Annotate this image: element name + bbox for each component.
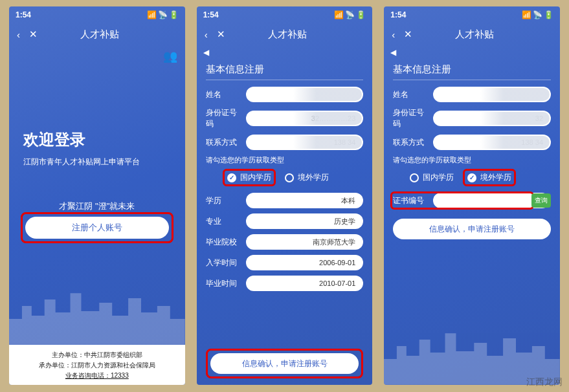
- row-id: 身份证号码 32…………23: [206, 107, 364, 129]
- phone-input[interactable]: 138 34: [246, 135, 364, 150]
- row-name: 姓名: [206, 87, 364, 102]
- back-icon[interactable]: ‹: [17, 29, 20, 40]
- school-input[interactable]: 南京师范大学: [246, 234, 364, 250]
- major-label: 专业: [206, 216, 242, 227]
- register-button[interactable]: 注册个人账号: [25, 217, 169, 239]
- phone-input[interactable]: 138 34: [433, 135, 551, 150]
- status-bar: 1:54 📶 📡 🔋: [197, 6, 373, 23]
- form-back-icon[interactable]: ◀: [390, 48, 396, 57]
- welcome-block: 欢迎登录 江阴市青年人才补贴网上申请平台: [23, 129, 171, 168]
- wifi-icon: 📡: [158, 10, 168, 19]
- row-school: 毕业院校 南京师范大学: [206, 234, 364, 250]
- query-button[interactable]: 查询: [531, 193, 551, 208]
- friends-icon[interactable]: 👥: [163, 49, 177, 63]
- edu-level-label: 学历: [206, 195, 242, 206]
- enroll-label: 入学时间: [206, 257, 242, 268]
- footer-line2: 承办单位：江阴市人力资源和社会保障局: [12, 360, 183, 371]
- nav-title: 人才补贴: [397, 28, 552, 41]
- radio-empty-icon: [285, 173, 294, 182]
- screen2-content: ◀ 基本信息注册 姓名 身份证号码 32…………23 联系方式 138 34 请…: [197, 45, 373, 342]
- row-major: 专业 历史学: [206, 213, 364, 229]
- battery-icon: 🔋: [169, 10, 179, 19]
- phone-label: 联系方式: [393, 137, 429, 148]
- row-cert: 证书编号 查询: [393, 193, 551, 208]
- watermark: 江西龙网: [526, 376, 563, 388]
- nav-title: 人才补贴: [210, 28, 365, 41]
- status-bar: 1:54 📶 📡 🔋: [384, 6, 560, 23]
- radio-overseas[interactable]: ✓ 境外学历: [467, 172, 511, 183]
- row-id: 身份证号码 32: [393, 107, 551, 129]
- phone-screen-1: 1:54 📶 📡 🔋 ‹ ✕ 人才补贴 👥 欢迎登录 江阴市青年人才补贴网上申请…: [9, 6, 185, 385]
- school-label: 毕业院校: [206, 237, 242, 248]
- id-input[interactable]: 32: [433, 111, 551, 126]
- status-time: 1:54: [16, 10, 31, 19]
- name-label: 姓名: [206, 89, 242, 100]
- edu-type-radios: ✓ 国内学历 境外学历: [206, 169, 364, 186]
- id-label: 身份证号码: [393, 107, 429, 129]
- welcome-subtitle: 江阴市青年人才补贴网上申请平台: [23, 157, 171, 168]
- check-icon: ✓: [227, 173, 236, 182]
- radio-domestic[interactable]: ✓ 国内学历: [227, 172, 271, 183]
- welcome-title: 欢迎登录: [23, 129, 171, 150]
- section-title: 基本信息注册: [393, 60, 551, 80]
- nav-bar: ‹ ✕ 人才补贴: [197, 23, 373, 45]
- row-phone: 联系方式 138 34: [206, 135, 364, 150]
- confirm-button[interactable]: 信息确认，申请注册账号: [393, 219, 551, 239]
- signal-icon: 📶: [334, 10, 344, 19]
- status-time: 1:54: [203, 10, 219, 19]
- row-name: 姓名: [393, 87, 551, 102]
- footer-line1: 主办单位：中共江阴市委组织部: [12, 350, 183, 360]
- edu-level-input[interactable]: 本科: [246, 193, 364, 208]
- name-label: 姓名: [393, 89, 429, 100]
- signal-icon: 📶: [522, 10, 531, 19]
- grad-label: 毕业时间: [206, 278, 242, 289]
- grad-input[interactable]: 2010-07-01: [246, 276, 364, 291]
- id-label: 身份证号码: [206, 107, 242, 129]
- row-edu-level: 学历 本科: [206, 193, 364, 208]
- confirm-button[interactable]: 信息确认，申请注册账号: [210, 353, 359, 374]
- phone-label: 联系方式: [206, 137, 242, 148]
- section-title: 基本信息注册: [206, 60, 364, 80]
- back-icon[interactable]: ‹: [205, 29, 208, 40]
- radio-overseas[interactable]: 境外学历: [285, 172, 329, 183]
- overseas-highlight: ✓ 境外学历: [463, 169, 516, 186]
- nav-bar: ‹ ✕ 人才补贴: [9, 23, 185, 45]
- signal-icon: 📶: [147, 10, 157, 19]
- status-icons: 📶 📡 🔋: [522, 10, 553, 19]
- enroll-input[interactable]: 2006-09-01: [246, 255, 364, 270]
- status-bar: 1:54 📶 📡 🔋: [9, 6, 185, 23]
- check-icon: ✓: [467, 173, 476, 182]
- nav-bar: ‹ ✕ 人才补贴: [384, 23, 560, 45]
- edu-type-prompt: 请勾选您的学历获取类型: [393, 155, 551, 165]
- wifi-icon: 📡: [345, 10, 355, 19]
- id-input[interactable]: 32…………23: [246, 111, 364, 126]
- status-time: 1:54: [390, 10, 406, 19]
- screen3-content: ◀ 基本信息注册 姓名 身份证号码 32 联系方式 138 34 请勾选您的学历…: [384, 45, 560, 385]
- slogan-text: 才聚江阴 "澄"就未来: [9, 201, 185, 212]
- phone-screen-2: 1:54 📶 📡 🔋 ‹ ✕ 人才补贴 ◀ 基本信息注册 姓名 身份证号码 32…: [197, 6, 373, 385]
- phone-screen-3: 1:54 📶 📡 🔋 ‹ ✕ 人才补贴 ◀ 基本信息注册 姓名 身份证号码 32…: [384, 6, 560, 385]
- radio-domestic[interactable]: 国内学历: [410, 172, 454, 183]
- battery-icon: 🔋: [544, 10, 553, 19]
- register-highlight: 注册个人账号: [21, 212, 173, 243]
- row-phone: 联系方式 138 34: [393, 135, 551, 150]
- battery-icon: 🔋: [356, 10, 366, 19]
- row-enroll: 入学时间 2006-09-01: [206, 255, 364, 270]
- back-icon[interactable]: ‹: [392, 29, 395, 40]
- name-input[interactable]: [246, 87, 364, 102]
- name-input[interactable]: [433, 87, 551, 102]
- city-illustration: [384, 320, 560, 385]
- status-icons: 📶 📡 🔋: [147, 10, 179, 19]
- screen1-content: 👥 欢迎登录 江阴市青年人才补贴网上申请平台 才聚江阴 "澄"就未来 注册个人账…: [9, 45, 185, 385]
- city-illustration: [9, 280, 185, 345]
- footer: 主办单位：中共江阴市委组织部 承办单位：江阴市人力资源和社会保障局 业务咨询电话…: [9, 345, 185, 385]
- wifi-icon: 📡: [533, 10, 542, 19]
- radio-empty-icon: [410, 173, 419, 182]
- edu-type-radios: 国内学历 ✓ 境外学历: [393, 169, 551, 186]
- major-input[interactable]: 历史学: [246, 213, 364, 229]
- cert-label: 证书编号: [393, 195, 429, 206]
- status-icons: 📶 📡 🔋: [334, 10, 366, 19]
- nav-title: 人才补贴: [22, 28, 177, 41]
- form-back-icon[interactable]: ◀: [203, 48, 209, 57]
- footer-line3: 业务咨询电话：12333: [12, 371, 183, 381]
